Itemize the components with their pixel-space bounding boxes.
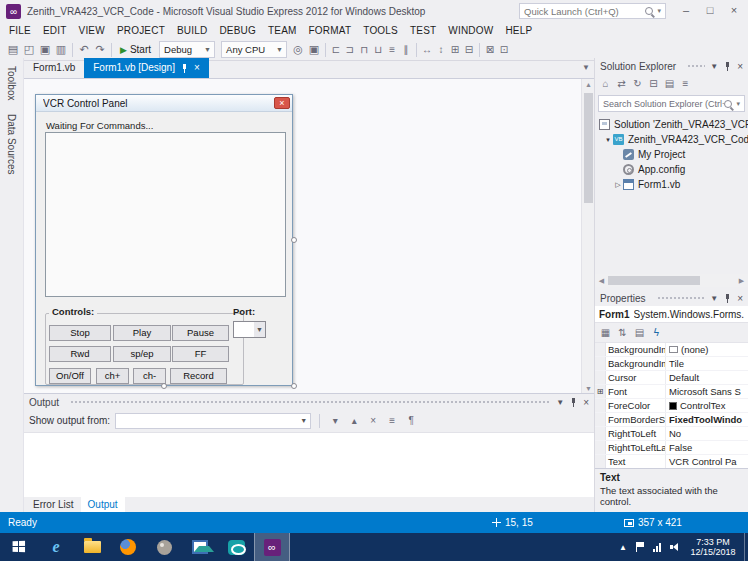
design-surface[interactable]: VCR Control Panel × Waiting For Commands… bbox=[24, 78, 594, 393]
maximize-button[interactable]: □ bbox=[698, 0, 722, 21]
vcr-button-pause[interactable]: Pause bbox=[172, 325, 229, 341]
menu-item-file[interactable]: FILE bbox=[3, 23, 37, 38]
scrollbar-thumb[interactable] bbox=[584, 93, 593, 203]
property-value[interactable]: Microsoft Sans S bbox=[669, 385, 741, 398]
size-to-grid-icon[interactable]: ⊟ bbox=[462, 44, 476, 55]
sidebar-tab-data-sources[interactable]: Data Sources bbox=[6, 114, 17, 175]
output-panel-header[interactable]: Output ▼ × bbox=[24, 394, 594, 410]
align-bottoms-icon[interactable]: ⊔ bbox=[371, 44, 385, 55]
taskbar-item-file-explorer[interactable] bbox=[74, 533, 110, 561]
align-tops-icon[interactable]: ⊓ bbox=[357, 44, 371, 55]
refresh-icon[interactable]: ↻ bbox=[630, 78, 645, 89]
make-same-size-icon[interactable]: ⊞ bbox=[448, 44, 462, 55]
status-label-control[interactable]: Waiting For Commands... bbox=[46, 120, 153, 131]
properties-header[interactable]: Properties ▼ × bbox=[595, 290, 748, 306]
property-row[interactable]: ⊞ Font Microsoft Sans S bbox=[595, 385, 748, 399]
designer-vertical-scrollbar[interactable]: ▲ ▼ bbox=[581, 79, 594, 394]
taskbar-item-photo-viewer[interactable] bbox=[182, 533, 218, 561]
make-same-height-icon[interactable]: ↕ bbox=[434, 44, 448, 55]
close-icon[interactable]: × bbox=[194, 63, 200, 73]
configuration-combo[interactable]: Debug ▼ bbox=[159, 41, 215, 58]
solution-explorer-header[interactable]: Solution Explorer ▼ × bbox=[595, 58, 748, 74]
chevron-down-icon[interactable]: ▾ bbox=[736, 100, 740, 108]
show-desktop-button[interactable] bbox=[744, 533, 748, 561]
make-same-width-icon[interactable]: ↔ bbox=[420, 44, 434, 55]
tab-output[interactable]: Output bbox=[81, 497, 125, 512]
save-icon[interactable]: ▣ bbox=[37, 43, 53, 56]
pin-icon[interactable] bbox=[181, 63, 188, 73]
redo-icon[interactable]: ↷ bbox=[92, 43, 108, 56]
property-row[interactable]: Text VCR Control Pa bbox=[595, 455, 748, 469]
pin-icon[interactable] bbox=[724, 61, 731, 71]
close-icon[interactable]: × bbox=[583, 397, 589, 408]
selected-object-combo[interactable]: Form1 System.Windows.Forms.For bbox=[595, 306, 748, 323]
start-debug-button[interactable]: ▶ Start bbox=[120, 44, 151, 55]
menu-item-team[interactable]: TEAM bbox=[262, 23, 303, 38]
menu-item-debug[interactable]: DEBUG bbox=[213, 23, 262, 38]
property-row[interactable]: BackgroundIm Tile bbox=[595, 357, 748, 371]
find-message-icon[interactable]: ▾ bbox=[328, 415, 342, 426]
property-value[interactable]: ControlTex bbox=[680, 399, 725, 412]
save-all-icon[interactable]: ▥ bbox=[53, 43, 69, 56]
property-row[interactable]: RightToLeftLay False bbox=[595, 441, 748, 455]
resize-handle-right[interactable] bbox=[291, 237, 297, 243]
font-expander-icon[interactable]: ⊞ bbox=[595, 385, 606, 398]
solution-explorer-search-input[interactable]: Search Solution Explorer (Ctrl+;) ▾ bbox=[598, 95, 745, 112]
properties-icon[interactable]: ≡ bbox=[678, 78, 693, 89]
align-lefts-icon[interactable]: ⊏ bbox=[329, 44, 343, 55]
property-row[interactable]: Cursor Default bbox=[595, 371, 748, 385]
vcr-button-chminus[interactable]: ch- bbox=[133, 368, 166, 384]
align-rights-icon[interactable]: ⊐ bbox=[343, 44, 357, 55]
tab-list-chevron-icon[interactable]: ▼ bbox=[582, 58, 590, 78]
output-source-combo[interactable]: ▼ bbox=[115, 413, 311, 429]
tree-item-solution[interactable]: Solution 'Zenith_VRA423_VCR_C bbox=[595, 117, 748, 132]
close-icon[interactable]: × bbox=[737, 293, 743, 304]
tree-item-form1[interactable]: ▷ Form1.vb bbox=[595, 177, 748, 192]
switch-views-icon[interactable]: ⇄ bbox=[614, 78, 629, 89]
menu-item-help[interactable]: HELP bbox=[499, 23, 538, 38]
solution-explorer-horizontal-scrollbar[interactable]: ◀ ▶ bbox=[595, 274, 748, 287]
send-to-back-icon[interactable]: ⊡ bbox=[497, 44, 511, 55]
start-button[interactable] bbox=[0, 533, 38, 561]
clear-all-icon[interactable]: × bbox=[366, 415, 380, 426]
chevron-down-icon[interactable]: ▾ bbox=[657, 7, 661, 15]
form-close-button[interactable]: × bbox=[274, 97, 290, 109]
show-symbols-icon[interactable]: ¶ bbox=[404, 415, 418, 426]
pin-icon[interactable] bbox=[724, 293, 731, 303]
home-icon[interactable]: ⌂ bbox=[598, 78, 613, 89]
sidebar-tab-toolbox[interactable]: Toolbox bbox=[6, 66, 17, 100]
property-row[interactable]: BackgroundIm (none) bbox=[595, 343, 748, 357]
tree-item-project[interactable]: ▾ Zenith_VRA423_VCR_Code bbox=[595, 132, 748, 147]
properties-view-icon[interactable]: ▤ bbox=[632, 327, 647, 338]
show-all-files-icon[interactable]: ▤ bbox=[662, 78, 677, 89]
scroll-right-icon[interactable]: ▶ bbox=[735, 277, 748, 285]
scrollbar-thumb[interactable] bbox=[608, 276, 700, 285]
port-combobox[interactable]: ▼ bbox=[233, 321, 266, 338]
vcr-button-ff[interactable]: FF bbox=[172, 346, 229, 362]
property-value[interactable]: (none) bbox=[681, 343, 708, 356]
menu-item-project[interactable]: PROJECT bbox=[111, 23, 171, 38]
pin-icon[interactable] bbox=[570, 397, 577, 407]
scroll-left-icon[interactable]: ◀ bbox=[595, 277, 608, 285]
property-value[interactable]: Tile bbox=[669, 357, 684, 370]
platform-combo[interactable]: Any CPU ▼ bbox=[221, 41, 287, 58]
vcr-button-chplus[interactable]: ch+ bbox=[96, 368, 129, 384]
close-button[interactable]: × bbox=[722, 0, 746, 21]
tab-form1-code[interactable]: Form1.vb bbox=[24, 58, 84, 78]
vcr-button-rwd[interactable]: Rwd bbox=[49, 346, 111, 362]
property-value[interactable]: Default bbox=[669, 371, 699, 384]
taskbar-item-visual-studio[interactable]: ∞ bbox=[254, 533, 290, 561]
align-centers-icon[interactable]: ≡ bbox=[385, 44, 399, 55]
find-in-files-icon[interactable]: ◎ bbox=[290, 43, 306, 56]
undo-icon[interactable]: ↶ bbox=[76, 43, 92, 56]
property-row[interactable]: ForeColor ControlTex bbox=[595, 399, 748, 413]
tab-error-list[interactable]: Error List bbox=[26, 497, 81, 512]
property-value[interactable]: VCR Control Pa bbox=[669, 455, 737, 468]
taskbar-item-teal-app[interactable] bbox=[218, 533, 254, 561]
taskbar-item-firefox[interactable] bbox=[110, 533, 146, 561]
taskbar-item-internet-explorer[interactable]: e bbox=[38, 533, 74, 561]
tab-form1-design[interactable]: Form1.vb [Design] × bbox=[84, 58, 209, 78]
menu-item-window[interactable]: WINDOW bbox=[442, 23, 499, 38]
align-middles-icon[interactable]: ∥ bbox=[399, 44, 413, 55]
menu-item-view[interactable]: VIEW bbox=[73, 23, 111, 38]
